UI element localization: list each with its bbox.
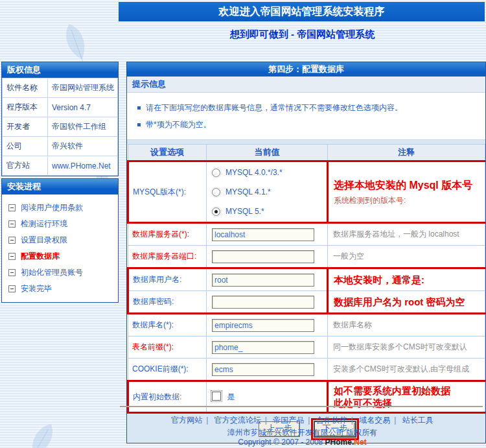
- progress-step-label: 初始化管理员账号: [21, 267, 83, 278]
- welcome-title: 欢迎进入帝国网站管理系统安装程序: [219, 6, 385, 17]
- footer-link-official-site[interactable]: 官方网站: [171, 416, 202, 425]
- db-port-input[interactable]: [212, 250, 314, 263]
- detected-version-text: 系统检测到的版本号:: [334, 195, 484, 206]
- db-user-input[interactable]: [212, 274, 314, 287]
- mysql-41-option[interactable]: MYSQL 4.1.*: [212, 182, 326, 202]
- db-name-row: 数据库名(*): 数据库名称: [128, 314, 485, 336]
- progress-step-environment: 检测运行环境: [8, 216, 118, 232]
- table-row: 官方站 www.PHome.Net: [3, 156, 118, 176]
- copyright-value: 帝国网站管理系统: [48, 78, 118, 98]
- separator: |: [394, 416, 396, 425]
- table-prefix-note: 同一数据库安装多个CMS时可改变默认: [328, 336, 485, 359]
- separator: |: [206, 416, 208, 425]
- copyright-label: 官方站: [3, 156, 48, 176]
- hint-item: 请在下面填写您的数据库账号信息，通常情况下不需要修改红色选项内容。: [135, 99, 478, 116]
- progress-step-database-current: 配置数据库: [8, 248, 118, 265]
- progress-step-label: 设置目录权限: [21, 235, 67, 246]
- db-user-label: 数据库用户名:: [128, 268, 207, 291]
- hint-item: 带*项为不能为空。: [135, 116, 478, 133]
- table-prefix-row: 表名前缀(*): 同一数据库安装多个CMS时可改变默认: [128, 336, 485, 359]
- mysql-version-row: MYSQL版本(*): MYSQL 4.0.*/3.* MYSQL 4.1.* …: [128, 161, 485, 223]
- tree-node-icon: [8, 253, 16, 260]
- cookie-prefix-input[interactable]: [212, 363, 314, 376]
- db-server-label: 数据库服务器(*):: [128, 223, 207, 246]
- separator: |: [351, 416, 353, 425]
- mysql-version-note: 选择本地安装的 Mysql 版本号 系统检测到的版本号:: [328, 161, 485, 223]
- annotation-text: 如不需要系统内置初始数据: [334, 384, 484, 397]
- progress-step-admin: 初始化管理员账号: [8, 265, 118, 281]
- bullet-icon: [137, 123, 141, 126]
- db-port-note: 一般为空: [328, 246, 485, 268]
- mysql-40-option[interactable]: MYSQL 4.0.*/3.*: [212, 163, 326, 182]
- annotation-text: 此处可不选择: [334, 397, 484, 409]
- footer-link-domains[interactable]: 域名交易: [359, 416, 390, 425]
- copyright-label: 开发者: [3, 117, 48, 137]
- leaf-decoration: [17, 417, 64, 448]
- db-password-input[interactable]: [212, 296, 314, 309]
- separator: |: [308, 416, 310, 425]
- init-data-label: 内置初始数据:: [128, 381, 207, 413]
- db-name-input[interactable]: [212, 319, 314, 332]
- copyright-panel: 版权信息 软件名称 帝国网站管理系统 程序版本 Version 4.7 开发者 …: [1, 62, 119, 176]
- radio-label: MYSQL 4.0.*/3.*: [226, 168, 283, 177]
- slogan: 想到即可做到 - 帝国网站管理系统: [120, 29, 485, 41]
- annotation-text: 本地安装时，通常是:: [334, 274, 424, 285]
- footer-link-products[interactable]: 帝国产品: [273, 416, 304, 425]
- db-password-row: 数据库密码: 数据库用户名为 root 密码为空: [128, 291, 485, 314]
- footer-link-webmaster-tools[interactable]: 站长工具: [402, 416, 434, 425]
- table-row: 开发者 帝国软件工作组: [3, 117, 118, 137]
- table-prefix-input[interactable]: [212, 341, 314, 354]
- radio-icon-selected[interactable]: [212, 207, 220, 216]
- table-row: 公司 帝兴软件: [3, 137, 118, 156]
- footer-link-forum[interactable]: 官方交流论坛: [214, 416, 261, 425]
- main-panel: 第四步：配置数据库 提示信息 请在下面填写您的数据库账号信息，通常情况下不需要修…: [126, 62, 486, 443]
- copyright-value: 帝兴软件: [48, 137, 118, 156]
- hint-section-body: 请在下面填写您的数据库账号信息，通常情况下不需要修改红色选项内容。 带*项为不能…: [127, 93, 485, 140]
- progress-step-label: 阅读用户使用条款: [21, 202, 83, 213]
- tree-node-icon: [8, 269, 16, 276]
- radio-icon[interactable]: [212, 169, 220, 177]
- brand-suffix: Net: [354, 438, 366, 447]
- brand-name: PHome.: [325, 438, 354, 447]
- db-name-note: 数据库名称: [328, 314, 485, 336]
- column-header-setting: 设置选项: [128, 145, 207, 161]
- table-row: 软件名称 帝国网站管理系统: [3, 78, 118, 98]
- separator: |: [265, 416, 267, 425]
- tree-node-icon: [8, 204, 16, 211]
- progress-step-label: 安装完毕: [21, 283, 52, 294]
- table-header-row: 设置选项 当前值 注释: [128, 145, 485, 161]
- hint-text: 请在下面填写您的数据库账号信息，通常情况下不需要修改红色选项内容。: [146, 102, 402, 113]
- copyright-label: 软件名称: [3, 78, 48, 98]
- footer-link-partners[interactable]: 合作伙伴: [316, 416, 347, 425]
- radio-icon[interactable]: [212, 188, 220, 196]
- init-data-checkbox[interactable]: [212, 392, 221, 401]
- progress-step-finish: 安装完毕: [8, 281, 118, 297]
- radio-label: MYSQL 4.1.*: [226, 187, 271, 196]
- welcome-banner: 欢迎进入帝国网站管理系统安装程序: [119, 2, 485, 21]
- copyright-value: Version 4.7: [48, 98, 118, 117]
- progress-step-label: 检测运行环境: [21, 218, 67, 230]
- hint-text: 带*项为不能为空。: [146, 119, 211, 130]
- db-name-label: 数据库名(*):: [128, 314, 207, 336]
- progress-step-license: 阅读用户使用条款: [8, 200, 118, 216]
- footer-links: 官方网站| 官方交流论坛| 帝国产品| 合作伙伴| 域名交易| 站长工具: [120, 415, 485, 426]
- progress-step-label: 配置数据库: [21, 251, 60, 262]
- cookie-prefix-note: 安装多个CMS时可改变默认,由字母组成: [328, 359, 485, 381]
- db-server-input[interactable]: [212, 228, 314, 241]
- table-prefix-label: 表名前缀(*):: [128, 336, 207, 359]
- step-title-bar: 第四步：配置数据库: [127, 62, 485, 77]
- copyright-text: Copyright © 2007 - 2008: [238, 438, 325, 447]
- company-copyright: 漳州市芗城帝兴软件开发有限公司 版权所有: [120, 427, 485, 438]
- checkbox-label: 是: [227, 392, 235, 401]
- official-site-link[interactable]: www.PHome.Net: [48, 156, 118, 176]
- mysql-5-option[interactable]: MYSQL 5.*: [212, 202, 326, 221]
- copyright-label: 公司: [3, 137, 48, 156]
- footer-divider: [120, 406, 483, 407]
- annotation-text: 选择本地安装的 Mysql 版本号: [334, 178, 484, 193]
- copyright-line: Copyright © 2007 - 2008 PHome.Net: [120, 438, 485, 447]
- db-server-note: 数据库服务器地址，一般为 localhost: [328, 223, 485, 246]
- tree-node-icon: [8, 237, 16, 244]
- table-row: 程序版本 Version 4.7: [3, 98, 118, 117]
- install-progress-title: 安装进程: [2, 179, 118, 195]
- progress-step-permissions: 设置目录权限: [8, 232, 118, 248]
